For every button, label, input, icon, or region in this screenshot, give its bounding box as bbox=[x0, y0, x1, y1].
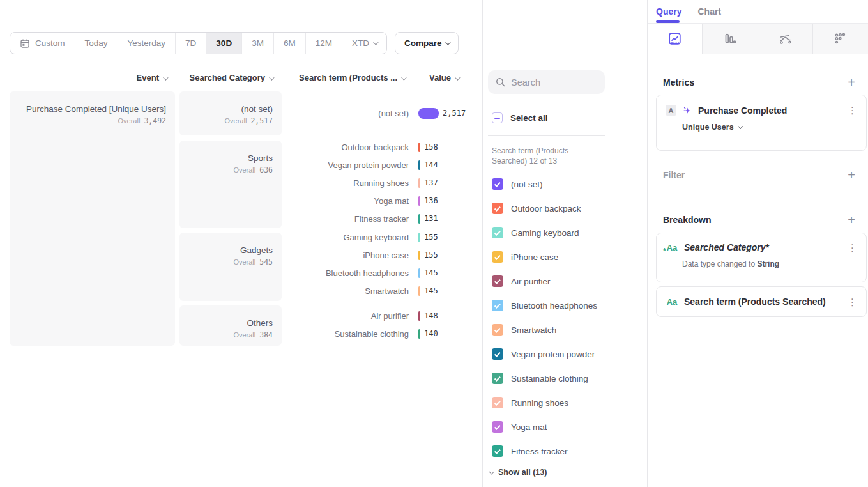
segment-checkbox[interactable] bbox=[492, 300, 503, 311]
category-cell[interactable]: SportsOverall636 bbox=[179, 141, 282, 228]
select-all-checkbox[interactable] bbox=[492, 112, 503, 123]
column-header-event[interactable]: Event bbox=[10, 73, 167, 82]
select-all-row[interactable]: Select all bbox=[492, 112, 548, 123]
segment-item-fitness-tracker[interactable]: Fitness tracker bbox=[483, 439, 648, 463]
category-cell[interactable]: (not set)Overall2,517 bbox=[179, 91, 282, 135]
breakdown-card-searched-category[interactable]: Aa* Searched Category* ⋮ Data type chang… bbox=[656, 233, 867, 282]
date-range-custom[interactable]: Custom bbox=[10, 33, 75, 54]
breakdown-menu-button[interactable]: ⋮ bbox=[848, 297, 857, 307]
segment-item-smartwatch[interactable]: Smartwatch bbox=[483, 318, 648, 342]
segment-label: Smartwatch bbox=[511, 325, 556, 335]
segment-checkbox[interactable] bbox=[492, 397, 503, 408]
segment-checkbox[interactable] bbox=[492, 203, 503, 214]
compare-button[interactable]: Compare bbox=[395, 32, 459, 54]
term-label: (not set) bbox=[286, 109, 409, 118]
term-row[interactable]: Running shoes137 bbox=[286, 174, 476, 192]
segment-item-gaming-keyboard[interactable]: Gaming keyboard bbox=[483, 220, 648, 245]
search-icon bbox=[496, 77, 505, 87]
date-range-7d[interactable]: 7D bbox=[176, 33, 206, 54]
chevron-down-icon bbox=[738, 123, 743, 128]
segment-checkbox[interactable] bbox=[492, 373, 503, 384]
segment-item-bluetooth-headphones[interactable]: Bluetooth headphones bbox=[483, 293, 648, 318]
segment-checkbox[interactable] bbox=[492, 275, 503, 287]
tab-flows[interactable] bbox=[758, 24, 813, 54]
date-range-12m[interactable]: 12M bbox=[306, 33, 342, 54]
segment-item-vegan-protein-powder[interactable]: Vegan protein powder bbox=[483, 342, 648, 366]
breakdown-card-search-term[interactable]: Aa Search term (Products Searched) ⋮ bbox=[656, 286, 867, 317]
add-metric-button[interactable]: + bbox=[848, 76, 855, 89]
add-filter-button[interactable]: + bbox=[848, 169, 855, 182]
event-cell[interactable]: Purchase Completed [Unique Users] Overal… bbox=[10, 91, 175, 346]
check-icon bbox=[494, 253, 500, 259]
segment-item-air-purifier[interactable]: Air purifier bbox=[483, 269, 648, 293]
date-range-6m[interactable]: 6M bbox=[274, 33, 306, 54]
date-range-yesterday[interactable]: Yesterday bbox=[118, 33, 176, 54]
segment-item-sustainable-clothing[interactable]: Sustainable clothing bbox=[483, 366, 648, 390]
check-icon bbox=[494, 277, 500, 284]
metric-menu-button[interactable]: ⋮ bbox=[848, 105, 857, 115]
term-row[interactable]: Fitness tracker131 bbox=[286, 210, 476, 228]
term-row[interactable]: Gaming keyboard155 bbox=[286, 228, 476, 246]
search-input[interactable] bbox=[511, 77, 594, 88]
date-range-today[interactable]: Today bbox=[75, 33, 118, 54]
term-row[interactable]: iPhone case155 bbox=[286, 246, 476, 264]
segment-checkbox[interactable] bbox=[492, 324, 503, 336]
string-property-icon: Aa bbox=[666, 297, 678, 307]
breakdown-menu-button[interactable]: ⋮ bbox=[848, 243, 857, 252]
metric-card[interactable]: A Purchase Completed ⋮ Unique Users bbox=[656, 95, 867, 151]
segment-checkbox[interactable] bbox=[492, 251, 503, 263]
tab-funnels[interactable] bbox=[703, 24, 758, 54]
term-value: 2,517 bbox=[443, 109, 466, 118]
date-range-xtd[interactable]: XTD bbox=[342, 33, 386, 54]
segment-item-yoga-mat[interactable]: Yoga mat bbox=[483, 415, 648, 439]
chevron-down-icon bbox=[163, 75, 168, 80]
term-value: 158 bbox=[424, 143, 438, 151]
category-cell[interactable]: GadgetsOverall545 bbox=[179, 233, 282, 301]
term-row[interactable]: Sustainable clothing140 bbox=[286, 325, 476, 343]
segment-item-outdoor-backpack[interactable]: Outdoor backpack bbox=[483, 196, 648, 220]
term-row[interactable]: Vegan protein powder144 bbox=[286, 156, 476, 174]
term-row[interactable]: Yoga mat136 bbox=[286, 192, 476, 210]
term-row[interactable]: Smartwatch145 bbox=[286, 282, 476, 300]
value-bar bbox=[418, 143, 420, 152]
tab-query[interactable]: Query bbox=[656, 6, 681, 17]
term-value: 140 bbox=[424, 329, 438, 338]
category-name: (not set) bbox=[179, 104, 273, 114]
chevron-down-icon bbox=[489, 469, 494, 474]
category-cell[interactable]: OthersOverall384 bbox=[179, 305, 282, 346]
segment-checkbox[interactable] bbox=[492, 445, 503, 457]
segment-item-running-shoes[interactable]: Running shoes bbox=[483, 390, 648, 415]
segment-checkbox[interactable] bbox=[492, 421, 503, 433]
column-header-searched-category[interactable]: Searched Category bbox=[179, 73, 273, 82]
metric-aggregation-selector[interactable]: Unique Users bbox=[682, 123, 866, 132]
value-bar bbox=[418, 214, 420, 224]
term-row[interactable]: Bluetooth headphones145 bbox=[286, 264, 476, 282]
check-icon bbox=[494, 180, 500, 187]
column-header-search-term[interactable]: Search term (Products ... bbox=[286, 73, 405, 82]
breakdown-heading: Breakdown bbox=[663, 215, 711, 225]
column-header-value[interactable]: Value bbox=[409, 73, 459, 82]
term-row[interactable]: Air purifier148 bbox=[286, 307, 476, 325]
segment-checkbox[interactable] bbox=[492, 227, 503, 238]
segment-checkbox[interactable] bbox=[492, 178, 503, 190]
term-value: 148 bbox=[424, 311, 438, 320]
check-icon bbox=[494, 399, 500, 405]
tab-retention[interactable] bbox=[813, 24, 868, 54]
segment-item-iphone-case[interactable]: iPhone case bbox=[483, 245, 648, 269]
segment-checkbox[interactable] bbox=[492, 348, 503, 360]
term-row[interactable]: Outdoor backpack158 bbox=[286, 138, 476, 156]
date-range-30d[interactable]: 30D bbox=[206, 33, 242, 54]
tab-insights[interactable] bbox=[648, 24, 703, 54]
segment-item--not-set-[interactable]: (not set) bbox=[483, 172, 648, 196]
add-breakdown-button[interactable]: + bbox=[848, 213, 855, 226]
check-icon bbox=[494, 375, 500, 381]
search-box[interactable] bbox=[488, 70, 605, 94]
value-bar bbox=[418, 268, 420, 278]
event-name: Purchase Completed [Unique Users] bbox=[10, 104, 166, 114]
value-bar bbox=[418, 108, 439, 119]
date-range-3m[interactable]: 3M bbox=[242, 33, 274, 54]
category-name: Others bbox=[179, 318, 273, 328]
tab-chart[interactable]: Chart bbox=[697, 6, 721, 17]
term-row[interactable]: (not set)2,517 bbox=[286, 104, 476, 122]
show-all-button[interactable]: Show all (13) bbox=[489, 468, 547, 477]
